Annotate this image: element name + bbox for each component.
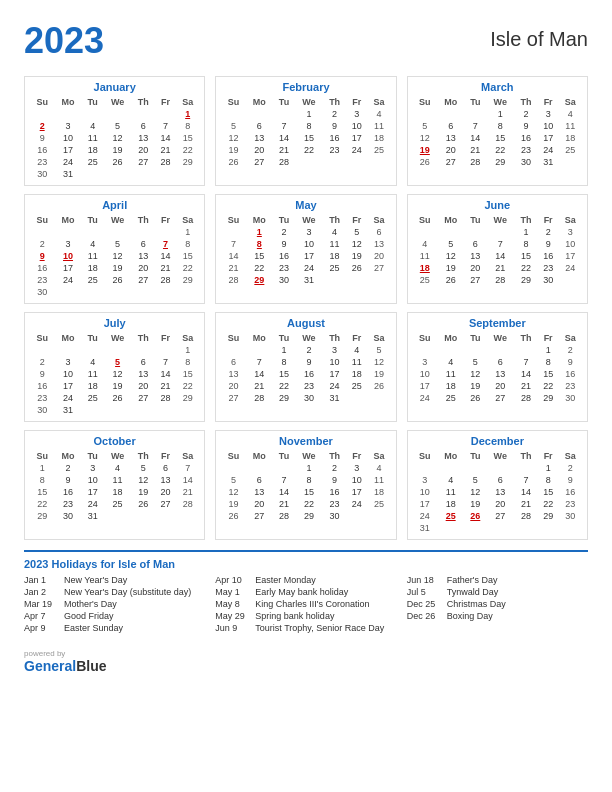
- calendar-day: 15: [176, 368, 199, 380]
- month-block-june: JuneSuMoTuWeThFrSa1234567891011121314151…: [407, 194, 588, 304]
- calendar-day: [413, 344, 437, 356]
- calendar-day: 27: [132, 392, 155, 404]
- calendar-day: 21: [514, 498, 537, 510]
- calendar-day: 29: [538, 510, 559, 522]
- calendar-day: 8: [538, 474, 559, 486]
- calendar-day: 28: [155, 392, 176, 404]
- calendar-day: 5: [346, 226, 367, 238]
- day-header: Th: [514, 96, 537, 108]
- day-header: Mo: [54, 450, 81, 462]
- calendar-day: 18: [559, 132, 582, 144]
- calendar-day: [82, 226, 104, 238]
- calendar-day: [346, 392, 367, 404]
- calendar-day: 21: [514, 380, 537, 392]
- calendar-day: [346, 156, 367, 168]
- day-header: Tu: [273, 214, 295, 226]
- calendar-day: 8: [514, 238, 537, 250]
- calendar-day: 6: [486, 356, 514, 368]
- calendar-day: [176, 510, 199, 522]
- calendar-day: 17: [413, 498, 437, 510]
- day-header: Su: [30, 96, 54, 108]
- calendar-day: 28: [514, 510, 537, 522]
- calendar-day: 21: [273, 144, 295, 156]
- calendar-day: 6: [221, 356, 245, 368]
- calendar-day: 11: [82, 368, 104, 380]
- calendar-day: [367, 392, 390, 404]
- calendar-day: 12: [413, 132, 437, 144]
- calendar-day: [367, 510, 390, 522]
- month-block-january: JanuarySuMoTuWeThFrSa1234567891011121314…: [24, 76, 205, 186]
- month-title: November: [221, 435, 390, 447]
- holiday-name: Father's Day: [447, 575, 498, 585]
- holiday-name: Good Friday: [64, 611, 114, 621]
- calendar-day: 19: [132, 486, 155, 498]
- calendar-day: 28: [273, 510, 295, 522]
- calendar-day: 6: [437, 120, 464, 132]
- calendar-day: 3: [54, 120, 81, 132]
- calendar-day: 28: [155, 156, 176, 168]
- calendar-day: 2: [30, 238, 54, 250]
- day-header: Fr: [155, 450, 176, 462]
- calendar-day: 31: [413, 522, 437, 534]
- holiday-name: Christmas Day: [447, 599, 506, 609]
- calendar-day: 27: [246, 156, 273, 168]
- calendar-day: 5: [367, 344, 390, 356]
- month-block-september: SeptemberSuMoTuWeThFrSa12345678910111213…: [407, 312, 588, 422]
- calendar-day: [538, 522, 559, 534]
- calendar-day: 11: [82, 132, 104, 144]
- calendar-day: [559, 274, 582, 286]
- calendar-day: 4: [82, 238, 104, 250]
- calendar-day: 17: [54, 380, 81, 392]
- day-header: Mo: [54, 96, 81, 108]
- calendar-day: 6: [132, 238, 155, 250]
- calendar-day: 19: [464, 498, 486, 510]
- calendar-day: 12: [464, 486, 486, 498]
- calendar-day: [82, 404, 104, 416]
- month-title: February: [221, 81, 390, 93]
- holiday-name: King Charles III's Coronation: [255, 599, 369, 609]
- calendar-day: 6: [155, 462, 176, 474]
- calendar-day: 26: [221, 510, 245, 522]
- calendar-day: 21: [221, 262, 245, 274]
- calendar-day: 17: [54, 144, 81, 156]
- calendar-day: 22: [486, 144, 514, 156]
- calendar-day: [437, 344, 464, 356]
- calendar-day: 3: [54, 356, 81, 368]
- calendar-day: 1: [538, 344, 559, 356]
- day-header: Sa: [176, 214, 199, 226]
- calendar-day: 2: [30, 120, 54, 132]
- calendar-day: [155, 226, 176, 238]
- calendar-day: 16: [30, 262, 54, 274]
- calendar-day: [367, 274, 390, 286]
- holidays-section: 2023 Holidays for Isle of Man Jan 1New Y…: [24, 550, 588, 635]
- day-header: Sa: [559, 214, 582, 226]
- calendar-day: 10: [295, 238, 323, 250]
- calendar-day: 1: [30, 462, 54, 474]
- calendar-day: [82, 168, 104, 180]
- calendar-day: 11: [437, 486, 464, 498]
- calendar-day: 1: [295, 462, 323, 474]
- calendar-day: 7: [221, 238, 245, 250]
- day-header: Su: [221, 214, 245, 226]
- calendar-day: 23: [273, 262, 295, 274]
- calendar-day: 11: [104, 474, 132, 486]
- calendar-day: [132, 168, 155, 180]
- month-table: SuMoTuWeThFrSa12345678910111213141516171…: [221, 332, 390, 404]
- calendar-day: 23: [323, 144, 346, 156]
- calendar-day: 31: [54, 404, 81, 416]
- day-header: Mo: [246, 96, 273, 108]
- holiday-date: May 1: [215, 587, 251, 597]
- calendar-day: 26: [413, 156, 437, 168]
- calendar-day: 1: [538, 462, 559, 474]
- brand-label: GeneralBlue: [24, 658, 106, 674]
- calendar-day: 21: [176, 486, 199, 498]
- day-header: Th: [323, 96, 346, 108]
- month-block-october: OctoberSuMoTuWeThFrSa1234567891011121314…: [24, 430, 205, 540]
- calendar-day: [82, 286, 104, 298]
- calendar-day: [514, 344, 537, 356]
- calendar-day: 29: [176, 156, 199, 168]
- holiday-date: Jun 18: [407, 575, 443, 585]
- calendar-day: [413, 108, 437, 120]
- calendar-day: 22: [514, 262, 537, 274]
- calendar-day: 9: [273, 238, 295, 250]
